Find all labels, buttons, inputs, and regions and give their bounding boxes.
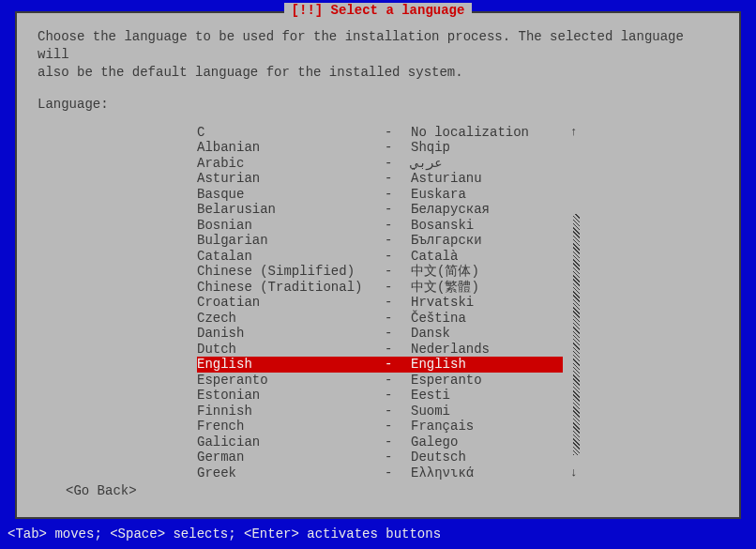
separator: - xyxy=(385,450,411,465)
language-name: C xyxy=(197,125,385,141)
language-option[interactable]: Chinese (Traditional)-中文(繁體) xyxy=(197,280,563,296)
separator: - xyxy=(385,388,411,404)
language-native-name: Français xyxy=(411,419,563,435)
language-option[interactable]: Galician-Galego xyxy=(197,435,563,450)
separator: - xyxy=(385,419,411,435)
dialog-title: [!!] Select a language xyxy=(284,3,473,18)
instruction-text: Choose the language to be used for the i… xyxy=(38,28,718,82)
language-name: Arabic xyxy=(197,156,385,172)
language-name: Bosnian xyxy=(197,218,385,234)
language-option[interactable]: Albanian-Shqip xyxy=(197,140,563,156)
language-option[interactable]: C-No localization xyxy=(197,125,563,141)
language-option[interactable]: English-English xyxy=(197,357,563,373)
language-native-name: No localization xyxy=(411,125,563,141)
separator: - xyxy=(385,249,411,265)
separator: - xyxy=(385,202,411,218)
language-option[interactable]: Finnish-Suomi xyxy=(197,404,563,419)
separator: - xyxy=(385,171,411,187)
language-native-name: Català xyxy=(411,249,563,265)
language-native-name: Galego xyxy=(411,435,563,450)
separator: - xyxy=(385,435,411,450)
language-option[interactable]: German-Deutsch xyxy=(197,450,563,465)
language-native-name: Suomi xyxy=(411,404,563,419)
language-option[interactable]: Esperanto-Esperanto xyxy=(197,373,563,389)
language-name: English xyxy=(197,357,385,373)
language-native-name: Asturianu xyxy=(411,171,563,187)
language-name: Czech xyxy=(197,311,385,327)
language-name: Chinese (Traditional) xyxy=(197,280,385,296)
language-option[interactable]: Croatian-Hrvatski xyxy=(197,295,563,311)
language-name: Croatian xyxy=(197,295,385,311)
scrollbar[interactable]: ↑ ↓ xyxy=(572,125,582,481)
language-option[interactable]: Dutch-Nederlands xyxy=(197,342,563,358)
language-option[interactable]: Catalan-Català xyxy=(197,249,563,265)
scroll-thumb[interactable] xyxy=(573,214,580,455)
language-native-name: Deutsch xyxy=(411,450,563,465)
language-option[interactable]: Basque-Euskara xyxy=(197,187,563,203)
language-native-name: Nederlands xyxy=(411,342,563,358)
language-option[interactable]: Chinese (Simplified)-中文(简体) xyxy=(197,264,563,280)
language-native-name: Euskara xyxy=(411,187,563,203)
separator: - xyxy=(385,342,411,358)
separator: - xyxy=(385,465,411,481)
language-native-name: Esperanto xyxy=(411,373,563,389)
language-option[interactable]: Arabic-عربي xyxy=(197,156,563,172)
language-native-name: English xyxy=(411,357,563,373)
separator: - xyxy=(385,125,411,141)
language-native-name: Bosanski xyxy=(411,218,563,234)
go-back-button[interactable]: <Go Back> xyxy=(66,483,137,498)
separator: - xyxy=(385,140,411,156)
separator: - xyxy=(385,373,411,389)
language-name: Catalan xyxy=(197,249,385,265)
language-option[interactable]: Asturian-Asturianu xyxy=(197,171,563,187)
separator: - xyxy=(385,404,411,419)
language-name: Belarusian xyxy=(197,202,385,218)
language-option[interactable]: Belarusian-Беларуская xyxy=(197,202,563,218)
separator: - xyxy=(385,311,411,327)
language-option[interactable]: French-Français xyxy=(197,419,563,435)
language-name: Greek xyxy=(197,465,385,481)
separator: - xyxy=(385,233,411,249)
language-native-name: Shqip xyxy=(411,140,563,156)
language-name: Esperanto xyxy=(197,373,385,389)
language-native-name: Hrvatski xyxy=(411,295,563,311)
language-name: Bulgarian xyxy=(197,233,385,249)
language-native-name: 中文(简体) xyxy=(411,264,563,280)
language-option[interactable]: Greek-Ελληνικά xyxy=(197,465,563,481)
language-option[interactable]: Estonian-Eesti xyxy=(197,388,563,404)
language-native-name: Ελληνικά xyxy=(411,465,563,481)
separator: - xyxy=(385,280,411,296)
language-name: Albanian xyxy=(197,140,385,156)
separator: - xyxy=(385,187,411,203)
language-native-name: Eesti xyxy=(411,388,563,404)
language-list[interactable]: C-No localizationAlbanian-ShqipArabic-عر… xyxy=(197,125,563,481)
separator: - xyxy=(385,357,411,373)
language-native-name: Dansk xyxy=(411,326,563,342)
language-name: Danish xyxy=(197,326,385,342)
language-option[interactable]: Czech-Čeština xyxy=(197,311,563,327)
separator: - xyxy=(385,156,411,172)
language-native-name: 中文(繁體) xyxy=(411,280,563,296)
separator: - xyxy=(385,264,411,280)
dialog-window: [!!] Select a language Choose the langua… xyxy=(15,11,741,519)
language-name: Asturian xyxy=(197,171,385,187)
language-native-name: Български xyxy=(411,233,563,249)
scroll-up-arrow-icon[interactable]: ↑ xyxy=(570,125,578,140)
separator: - xyxy=(385,295,411,311)
language-option[interactable]: Danish-Dansk xyxy=(197,326,563,342)
language-name: Basque xyxy=(197,187,385,203)
language-name: Chinese (Simplified) xyxy=(197,264,385,280)
separator: - xyxy=(385,218,411,234)
scroll-down-arrow-icon[interactable]: ↓ xyxy=(570,465,578,480)
language-native-name: Беларуская xyxy=(411,202,563,218)
language-name: German xyxy=(197,450,385,465)
language-option[interactable]: Bulgarian-Български xyxy=(197,233,563,249)
dialog-title-row: [!!] Select a language xyxy=(17,3,739,18)
language-name: Finnish xyxy=(197,404,385,419)
language-option[interactable]: Bosnian-Bosanski xyxy=(197,218,563,234)
separator: - xyxy=(385,326,411,342)
language-name: Dutch xyxy=(197,342,385,358)
language-name: Estonian xyxy=(197,388,385,404)
language-name: Galician xyxy=(197,435,385,450)
language-native-name: Čeština xyxy=(411,311,563,327)
